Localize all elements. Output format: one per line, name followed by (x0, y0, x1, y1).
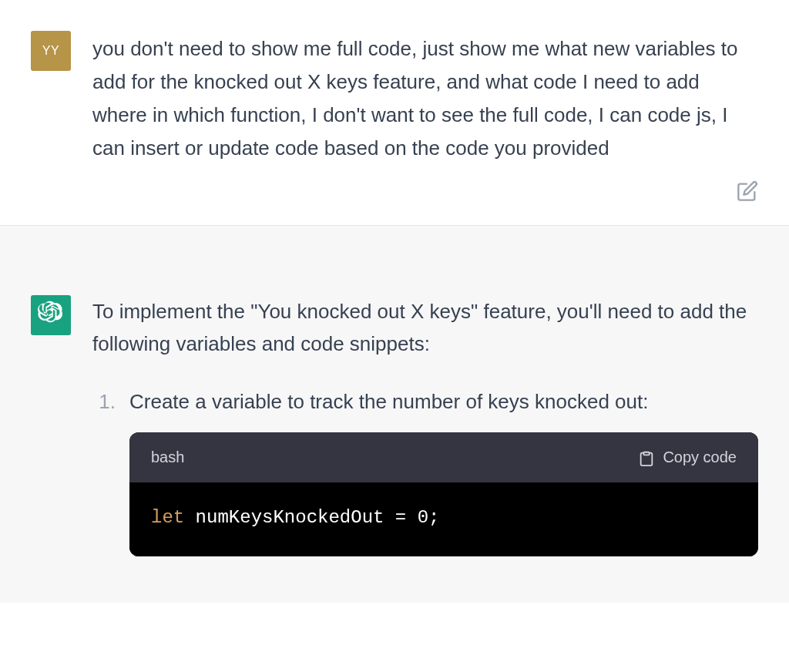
openai-logo-icon (38, 301, 64, 330)
user-avatar-initials: YY (42, 44, 59, 58)
copy-code-button[interactable]: Copy code (638, 445, 737, 470)
assistant-message-content: To implement the "You knocked out X keys… (92, 295, 758, 557)
user-message-container: YY you don't need to show me full code, … (0, 0, 789, 180)
code-block-body[interactable]: let numKeysKnockedOut = 0; (129, 482, 758, 556)
code-block: bash Copy code (129, 432, 758, 556)
user-message-text: you don't need to show me full code, jus… (92, 31, 758, 165)
clipboard-icon (638, 449, 655, 466)
edit-icon[interactable] (737, 180, 758, 202)
user-avatar: YY (31, 31, 71, 71)
assistant-avatar (31, 295, 71, 335)
svg-rect-0 (644, 452, 650, 455)
list-item: 1. Create a variable to track the number… (92, 385, 758, 556)
assistant-ordered-list: 1. Create a variable to track the number… (92, 385, 758, 556)
code-token-rest: numKeysKnockedOut = 0; (184, 507, 439, 528)
user-message-section: YY you don't need to show me full code, … (0, 0, 789, 225)
assistant-intro-text: To implement the "You knocked out X keys… (92, 295, 758, 361)
list-item-content: Create a variable to track the number of… (129, 385, 758, 556)
assistant-message-container: To implement the "You knocked out X keys… (0, 264, 789, 573)
copy-code-label: Copy code (663, 445, 737, 470)
assistant-message-section: To implement the "You knocked out X keys… (0, 226, 789, 603)
code-block-header: bash Copy code (129, 432, 758, 482)
user-message-actions (0, 180, 789, 225)
code-language-label: bash (151, 445, 184, 470)
code-token-keyword: let (151, 507, 184, 528)
list-marker: 1. (92, 385, 116, 556)
list-item-text: Create a variable to track the number of… (129, 385, 758, 418)
